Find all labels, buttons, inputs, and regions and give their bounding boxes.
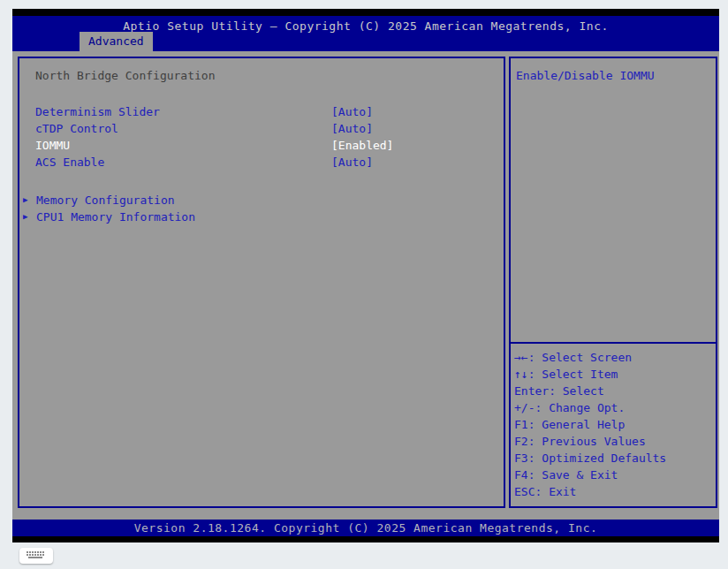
top-black-strip — [12, 9, 719, 16]
legend-row: F2: Previous Values — [514, 433, 712, 450]
help-panel: Enable/Disable IOMMU →←: Select Screen↑↓… — [509, 57, 717, 508]
option-value: [Auto] — [331, 103, 373, 120]
submenu-row[interactable]: ▶ CPU1 Memory Information — [19, 209, 504, 225]
option-value: [Auto] — [331, 120, 373, 137]
submenu-arrow-icon: ▶ — [23, 192, 36, 209]
main-area: North Bridge Configuration Determinism S… — [12, 51, 719, 520]
submenu-label: CPU1 Memory Information — [36, 209, 195, 225]
legend-row: ↑↓: Select Item — [514, 366, 712, 383]
section-title: North Bridge Configuration — [35, 67, 504, 84]
keyboard-icon — [26, 550, 47, 561]
submenu-list: ▶ Memory Configuration ▶ CPU1 Memory Inf… — [19, 192, 504, 225]
help-text: Enable/Disable IOMMU — [511, 58, 716, 342]
option-value: [Enabled] — [331, 137, 393, 154]
version-bar: Version 2.18.1264. Copyright (C) 2025 Am… — [12, 520, 719, 536]
legend-row: F1: General Help — [514, 416, 712, 433]
submenu-arrow-icon: ▶ — [23, 209, 36, 225]
legend-row: +/-: Change Opt. — [514, 399, 712, 416]
legend-row: →←: Select Screen — [514, 349, 712, 366]
submenu-row[interactable]: ▶ Memory Configuration — [19, 192, 504, 209]
legend-row: F3: Optimized Defaults — [514, 450, 712, 467]
submenu-label: Memory Configuration — [36, 192, 175, 209]
virtual-keyboard-button[interactable] — [19, 548, 53, 564]
key-legend: →←: Select Screen↑↓: Select ItemEnter: S… — [511, 344, 716, 500]
legend-row: Enter: Select — [514, 383, 712, 399]
option-value: [Auto] — [331, 154, 373, 171]
app-title: Aptio Setup Utility – Copyright (C) 2025… — [12, 16, 719, 33]
options-list: Determinism Slider [Auto] cTDP Control [… — [19, 103, 504, 171]
bottom-black-strip — [12, 536, 719, 542]
option-label: Determinism Slider — [35, 105, 160, 118]
legend-row: F4: Save & Exit — [514, 467, 712, 483]
bios-option-row[interactable]: Determinism Slider [Auto] — [19, 103, 504, 120]
bios-option-row[interactable]: IOMMU [Enabled] — [19, 137, 504, 154]
legend-row: ESC: Exit — [514, 483, 712, 500]
header-bar: Aptio Setup Utility – Copyright (C) 2025… — [12, 16, 719, 51]
bios-option-row[interactable]: cTDP Control [Auto] — [19, 120, 504, 137]
option-label: ACS Enable — [35, 156, 104, 169]
option-label: cTDP Control — [35, 122, 118, 135]
tab-advanced[interactable]: Advanced — [80, 32, 153, 51]
settings-panel: North Bridge Configuration Determinism S… — [18, 57, 505, 508]
bios-screen: Aptio Setup Utility – Copyright (C) 2025… — [12, 9, 719, 542]
option-label: IOMMU — [35, 139, 70, 152]
bios-option-row[interactable]: ACS Enable [Auto] — [19, 154, 504, 171]
